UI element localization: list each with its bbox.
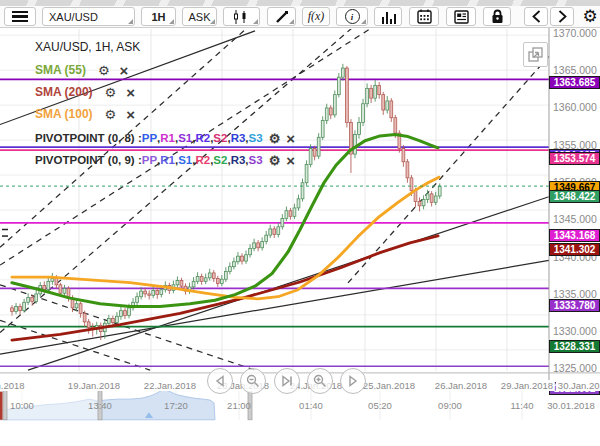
gear-icon[interactable]: ⚙ (98, 64, 110, 77)
chart-type-select[interactable] (223, 7, 260, 26)
fx-icon: f(x) (308, 9, 325, 24)
chevron-down-icon (253, 19, 258, 24)
gear-icon[interactable]: ⚙ (269, 154, 281, 167)
calendar-button[interactable] (409, 7, 439, 26)
price-side-select[interactable]: ASK (182, 7, 217, 26)
date-label: 25.Jan.2018 (361, 380, 417, 391)
grid (0, 29, 549, 371)
candlestick-icon (233, 10, 250, 24)
time-label: 01:40 (299, 400, 323, 411)
price-badge: 1363.685 (549, 76, 600, 89)
open-in-new-window-icon (528, 47, 543, 62)
price-side-label: ASK (188, 11, 210, 23)
navigator-marker (0, 392, 3, 420)
lock-icon (491, 9, 504, 24)
pivot-lines (0, 79, 549, 366)
price-grid-label: 1360.000 (553, 101, 599, 113)
date-label: n.2018 (0, 380, 27, 391)
date-label: 29.Jan.2018 (499, 380, 555, 391)
price-badge: 1348.422 (549, 190, 600, 203)
period-select[interactable]: 1H (141, 7, 176, 26)
chevron-down-icon (289, 19, 294, 24)
price-badge: 1328.331 (549, 340, 600, 353)
draw-tools-button[interactable] (267, 7, 296, 26)
news-icon (454, 10, 469, 24)
time-label: 09:00 (438, 400, 462, 411)
instrument-label: XAU/USD (49, 11, 98, 23)
info-icon: i (345, 9, 360, 24)
price-grid-label: 1370.000 (553, 27, 599, 39)
volume-button[interactable] (374, 7, 402, 26)
chevron-down-icon (128, 19, 133, 24)
zoom-in-button[interactable] (307, 368, 333, 394)
price-badge: 1353.574 (549, 152, 600, 165)
trading-chart-app: XAU/USD 1H ASK f(x) i (0, 0, 600, 446)
magnifier-minus-icon (246, 374, 260, 388)
news-button[interactable] (446, 7, 476, 26)
zoom-out-button[interactable] (240, 368, 266, 394)
pan-left-button[interactable] (207, 368, 233, 394)
date-label: 26.Jan.2018 (433, 380, 489, 391)
date-label: 30.Jan.2018 (556, 380, 600, 391)
close-icon[interactable]: × (120, 63, 129, 78)
close-icon[interactable]: × (126, 85, 135, 100)
pencil-icon (275, 10, 289, 24)
time-label: 05:20 (368, 400, 392, 411)
price-grid-label: 1325.000 (553, 362, 599, 374)
chevron-down-icon (169, 19, 174, 24)
price-grid-label: 1345.000 (553, 213, 599, 225)
time-label: 11:40 (510, 400, 533, 411)
gear-icon[interactable]: ⚙ (269, 132, 281, 145)
chart-toolbar: XAU/USD 1H ASK f(x) i (0, 6, 600, 28)
chart-stage: XAU/USD, 1H, ASKSMA (55)⚙×SMA (200)⚙×SMA… (0, 28, 600, 446)
time-label: 17:20 (164, 400, 188, 411)
chevron-down-icon (210, 19, 215, 24)
scroll-back-button[interactable] (524, 7, 548, 26)
gear-icon[interactable]: ⚙ (105, 108, 117, 121)
close-icon[interactable]: × (286, 153, 295, 168)
chevron-left-icon (532, 10, 541, 23)
scroll-forward-button[interactable] (550, 7, 574, 26)
pan-right-button[interactable] (340, 368, 366, 394)
indicators-button[interactable]: f(x) (302, 7, 330, 26)
axis-corner-date: 30.01.2018 (547, 400, 595, 411)
navigator-handle[interactable] (3, 391, 7, 420)
triangle-right-icon (347, 375, 359, 387)
info-button[interactable]: i (336, 7, 368, 26)
triangle-left-icon (214, 375, 226, 387)
price-grid-label: 1335.000 (553, 288, 599, 300)
bar-chart-icon (381, 10, 396, 24)
price-grid-label: 1365.000 (553, 64, 599, 76)
magnifier-plus-icon (313, 374, 327, 388)
price-badge: 1341.302 (549, 243, 600, 256)
calendar-icon (417, 9, 432, 24)
date-label: 19.Jan.2018 (66, 380, 122, 391)
close-icon[interactable]: × (126, 107, 135, 122)
instrument-select[interactable]: XAU/USD (42, 7, 135, 26)
time-label: 13:40 (88, 400, 112, 411)
plot-area (0, 28, 549, 371)
lock-button[interactable] (483, 7, 511, 26)
time-label: 10:00 (10, 400, 34, 411)
chevron-right-icon (558, 10, 567, 23)
gear-icon[interactable]: ⚙ (105, 86, 117, 99)
price-grid-label: 1330.000 (553, 325, 599, 337)
hamburger-icon (12, 11, 28, 23)
settings-button[interactable]: ⚙ (579, 7, 600, 26)
price-badge: 1343.168 (549, 229, 600, 242)
date-label: 22.Jan.2018 (142, 380, 198, 391)
price-badge: 1333.780 (549, 299, 600, 312)
gear-icon: ⚙ (582, 8, 597, 25)
triangle-right-bar-icon (281, 375, 293, 387)
detach-chart-button[interactable] (523, 42, 548, 67)
close-icon[interactable]: × (286, 131, 295, 146)
time-label: 21:00 (227, 400, 251, 411)
period-label: 1H (151, 11, 165, 23)
go-to-latest-button[interactable] (274, 368, 300, 394)
chevron-down-icon (361, 19, 366, 24)
menu-button[interactable] (4, 7, 36, 26)
